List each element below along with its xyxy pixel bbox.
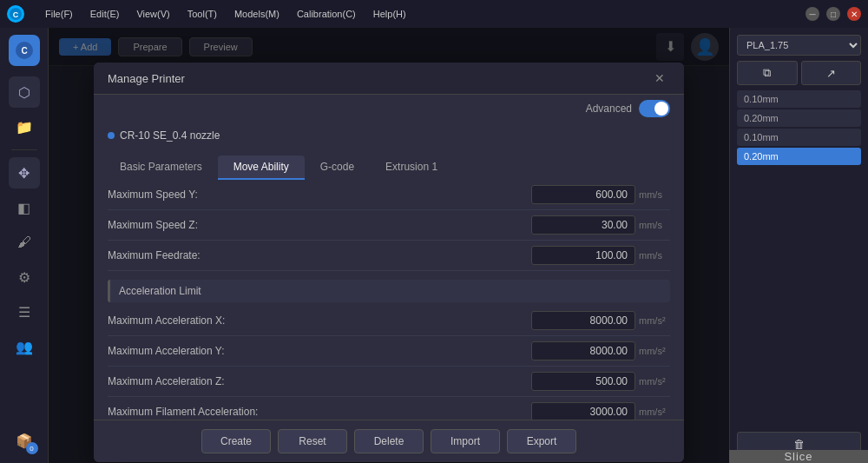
- menu-view[interactable]: View(V): [129, 7, 176, 21]
- field-input-wrap-accel-x: mm/s²: [531, 311, 670, 330]
- sidebar-item-home[interactable]: ⬡: [9, 76, 40, 108]
- field-label-accel-filament: Maximum Filament Acceleration:: [108, 406, 531, 418]
- sidebar-divider-1: [11, 149, 37, 150]
- svg-text:C: C: [13, 10, 19, 19]
- svg-text:C: C: [21, 46, 27, 56]
- notification-badge-count: 0: [26, 442, 38, 454]
- tab-move-ability[interactable]: Move Ability: [218, 155, 305, 180]
- reset-button[interactable]: Reset: [278, 429, 347, 453]
- sidebar-item-user[interactable]: 👥: [9, 331, 40, 362]
- sidebar-item-paint[interactable]: 🖌: [9, 227, 40, 258]
- modal-title: Manage Printer: [108, 72, 185, 85]
- sidebar-item-view[interactable]: ◧: [9, 192, 40, 223]
- menu-calibration[interactable]: Calibration(C): [290, 7, 363, 21]
- field-row-max-speed-z: Maximum Speed Z: mm/s: [108, 210, 670, 241]
- field-input-accel-x[interactable]: [531, 311, 635, 330]
- app-logo: C: [7, 5, 24, 23]
- modal-close-button[interactable]: ✕: [649, 69, 670, 87]
- sidebar-item-files[interactable]: 📁: [9, 111, 40, 142]
- field-unit-accel-x: mm/s²: [639, 315, 670, 326]
- field-label-max-feedrate: Maximum Feedrate:: [108, 249, 531, 261]
- menu-tool[interactable]: Tool(T): [181, 7, 224, 21]
- modal-header: Manage Printer ✕: [94, 63, 684, 95]
- printer-name: CR-10 SE_0.4 nozzle: [120, 129, 220, 142]
- tab-gcode[interactable]: G-code: [305, 155, 370, 180]
- field-row-max-feedrate: Maximum Feedrate: mm/s: [108, 241, 670, 271]
- titlebar: C File(F) Edit(E) View(V) Tool(T) Models…: [0, 0, 868, 28]
- sidebar-item-support[interactable]: ⚙: [9, 261, 40, 293]
- field-label-max-speed-z: Maximum Speed Z:: [108, 219, 531, 231]
- advanced-label: Advanced: [586, 103, 632, 115]
- main-layout: C ⬡ 📁 ✥ ◧ 🖌 ⚙ ☰ 👥 📦 0 + Add Prepare Prev…: [0, 28, 868, 463]
- printer-dot: [108, 132, 115, 139]
- window-controls: ─ □ ✕: [806, 7, 861, 21]
- profile-select[interactable]: PLA_1.75: [737, 35, 861, 56]
- field-input-accel-z[interactable]: [531, 372, 635, 391]
- export-profile-button[interactable]: ↗: [801, 61, 862, 85]
- tab-content: Maximum Speed Y: mm/s Maximum Speed Z: m…: [94, 180, 684, 420]
- copy-profile-button[interactable]: ⧉: [737, 61, 798, 85]
- menu-help[interactable]: Help(H): [366, 7, 413, 21]
- layer-item-0[interactable]: 0.10mm: [737, 90, 861, 108]
- field-input-max-speed-z[interactable]: [531, 215, 635, 235]
- delete-button[interactable]: Delete: [354, 429, 424, 453]
- sidebar-logo: C: [9, 35, 40, 66]
- field-unit-speed-z: mm/s: [639, 220, 670, 230]
- field-unit-accel-z: mm/s²: [639, 376, 670, 387]
- create-button[interactable]: Create: [201, 429, 271, 453]
- advanced-row: Advanced: [94, 95, 684, 122]
- slice-button[interactable]: Slice: [729, 450, 868, 463]
- field-input-wrap-speed-y: mm/s: [531, 185, 670, 204]
- field-label-accel-y: Maximum Acceleration Y:: [108, 345, 531, 357]
- field-input-accel-y[interactable]: [531, 341, 635, 360]
- modal-footer: Create Reset Delete Import Export: [94, 420, 684, 462]
- sidebar-item-list[interactable]: ☰: [9, 296, 40, 327]
- close-button[interactable]: ✕: [847, 7, 861, 21]
- sidebar-item-tools[interactable]: ✥: [9, 157, 40, 189]
- advanced-toggle[interactable]: [639, 100, 670, 117]
- field-input-max-feedrate[interactable]: [531, 246, 635, 265]
- delete-icon: 🗑: [793, 438, 805, 451]
- field-input-wrap-accel-y: mm/s²: [531, 341, 670, 360]
- export-button[interactable]: Export: [507, 429, 576, 453]
- field-input-accel-filament[interactable]: [531, 402, 635, 420]
- field-label-accel-z: Maximum Acceleration Z:: [108, 375, 531, 387]
- import-button[interactable]: Import: [431, 429, 500, 453]
- layer-item-2[interactable]: 0.10mm: [737, 129, 861, 146]
- tab-basic-parameters[interactable]: Basic Parameters: [104, 155, 218, 180]
- acceleration-section-header: Acceleration Limit: [108, 280, 670, 302]
- sidebar: C ⬡ 📁 ✥ ◧ 🖌 ⚙ ☰ 👥 📦 0: [0, 28, 49, 463]
- manage-printer-modal: Manage Printer ✕ Advanced: [94, 63, 684, 462]
- layer-item-3[interactable]: 0.20mm: [737, 148, 861, 165]
- field-row-accel-filament: Maximum Filament Acceleration: mm/s²: [108, 397, 670, 420]
- field-row-max-speed-y: Maximum Speed Y: mm/s: [108, 180, 670, 210]
- titlebar-left: C File(F) Edit(E) View(V) Tool(T) Models…: [7, 5, 413, 23]
- modal-body: Advanced CR-10 SE_0.4 nozzle: [94, 95, 684, 462]
- layer-list: 0.10mm 0.20mm 0.10mm 0.20mm: [737, 90, 861, 165]
- minimize-button[interactable]: ─: [806, 7, 819, 21]
- menu-bar: File(F) Edit(E) View(V) Tool(T) Models(M…: [38, 7, 413, 21]
- field-label-max-speed-y: Maximum Speed Y:: [108, 189, 531, 201]
- tab-extrusion[interactable]: Extrusion 1: [370, 155, 453, 180]
- field-label-accel-x: Maximum Acceleration X:: [108, 314, 531, 327]
- menu-file[interactable]: File(F): [38, 7, 80, 21]
- printer-list-item[interactable]: CR-10 SE_0.4 nozzle: [108, 129, 670, 142]
- tab-bar: Basic Parameters Move Ability G-code Ext…: [94, 149, 684, 180]
- modal-overlay: Manage Printer ✕ Advanced: [49, 28, 729, 463]
- sidebar-item-notification[interactable]: 📦 0: [9, 425, 40, 456]
- field-unit-accel-filament: mm/s²: [639, 407, 670, 417]
- menu-edit[interactable]: Edit(E): [83, 7, 127, 21]
- right-panel: PLA_1.75 ⧉ ↗ 0.10mm 0.20mm 0.10mm 0.20mm…: [729, 28, 868, 463]
- field-input-wrap-feedrate: mm/s: [531, 246, 670, 265]
- field-input-max-speed-y[interactable]: [531, 185, 635, 204]
- field-input-wrap-speed-z: mm/s: [531, 215, 670, 235]
- slice-bar: Slice: [729, 450, 868, 463]
- layer-item-1[interactable]: 0.20mm: [737, 109, 861, 127]
- maximize-button[interactable]: □: [826, 7, 840, 21]
- field-row-accel-y: Maximum Acceleration Y: mm/s²: [108, 336, 670, 367]
- content-area: + Add Prepare Preview ⬇ 👤 Manage Printer…: [49, 28, 729, 463]
- toggle-knob: [654, 102, 668, 116]
- field-unit-feedrate: mm/s: [639, 250, 670, 261]
- menu-models[interactable]: Models(M): [227, 7, 286, 21]
- field-row-accel-x: Maximum Acceleration X: mm/s²: [108, 306, 670, 336]
